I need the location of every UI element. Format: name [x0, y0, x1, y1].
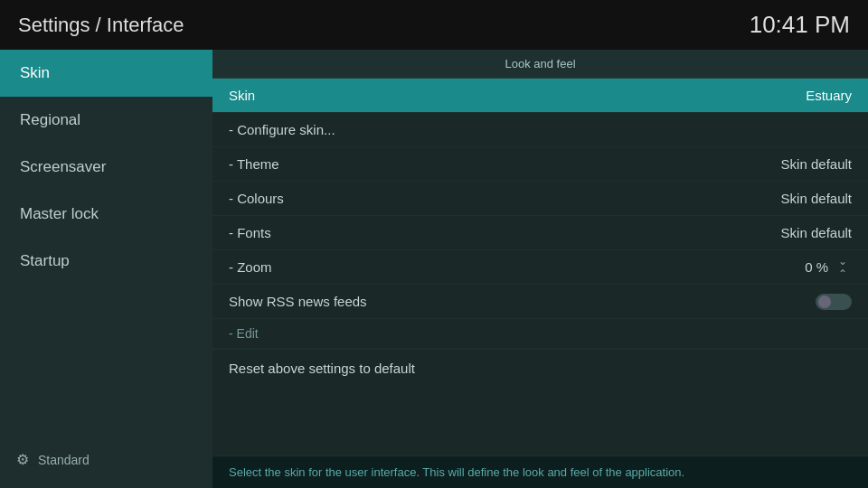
sidebar-item-startup[interactable]: Startup	[0, 238, 212, 285]
fonts-label: - Fonts	[229, 225, 271, 240]
zoom-arrows: ⌄ ⌃	[834, 255, 852, 280]
setting-row-skin[interactable]: Skin Estuary	[212, 79, 868, 113]
section-header: Look and feel	[212, 50, 868, 79]
configure-skin-label: - Configure skin...	[229, 122, 335, 137]
zoom-controls: 0 % ⌄ ⌃	[805, 255, 852, 280]
rss-label: Show RSS news feeds	[229, 294, 367, 309]
sidebar-footer: ⚙ Standard	[0, 440, 212, 479]
colours-label: - Colours	[229, 191, 284, 206]
setting-row-theme[interactable]: - Theme Skin default	[212, 147, 868, 182]
skin-value: Estuary	[806, 88, 852, 103]
rss-toggle[interactable]	[816, 294, 852, 310]
zoom-down-button[interactable]: ⌄	[834, 255, 852, 267]
sidebar-item-screensaver[interactable]: Screensaver	[0, 144, 212, 191]
gear-icon: ⚙	[16, 451, 29, 468]
colours-value: Skin default	[781, 191, 852, 206]
setting-row-edit[interactable]: - Edit	[212, 319, 868, 349]
zoom-up-button[interactable]: ⌃	[834, 267, 852, 280]
sidebar-item-regional[interactable]: Regional	[0, 97, 212, 144]
status-bar: Select the skin for the user interface. …	[212, 455, 868, 488]
reset-button[interactable]: Reset above settings to default	[212, 349, 868, 387]
fonts-value: Skin default	[781, 225, 852, 240]
theme-label: - Theme	[229, 156, 279, 172]
standard-label: Standard	[38, 453, 90, 467]
setting-row-zoom[interactable]: - Zoom 0 % ⌄ ⌃	[212, 250, 868, 285]
setting-row-rss[interactable]: Show RSS news feeds	[212, 285, 868, 319]
sidebar-nav: Skin Regional Screensaver Master lock St…	[0, 50, 212, 285]
reset-label: Reset above settings to default	[229, 361, 415, 376]
status-text: Select the skin for the user interface. …	[229, 465, 684, 479]
skin-label: Skin	[229, 88, 255, 103]
sidebar-item-skin[interactable]: Skin	[0, 50, 212, 97]
zoom-label: - Zoom	[229, 259, 272, 275]
setting-row-configure-skin[interactable]: - Configure skin...	[212, 113, 868, 147]
theme-value: Skin default	[781, 156, 852, 172]
edit-label: - Edit	[229, 326, 259, 341]
page-title: Settings / Interface	[18, 14, 184, 37]
setting-row-fonts[interactable]: - Fonts Skin default	[212, 216, 868, 250]
clock: 10:41 PM	[750, 11, 850, 39]
zoom-value: 0 %	[805, 259, 828, 275]
sidebar-item-master-lock[interactable]: Master lock	[0, 191, 212, 238]
setting-row-colours[interactable]: - Colours Skin default	[212, 182, 868, 216]
